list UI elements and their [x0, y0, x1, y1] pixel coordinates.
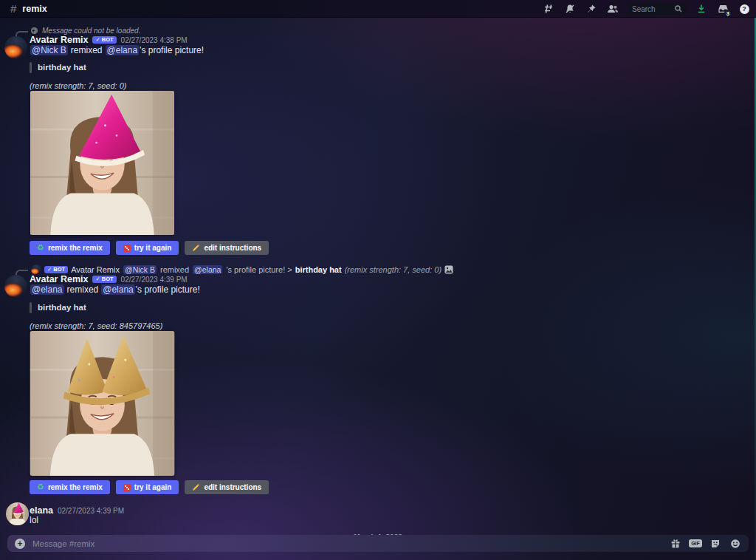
gift-icon[interactable] [670, 538, 681, 550]
pencil-icon [192, 244, 200, 252]
pencil-icon [192, 483, 200, 491]
mention-elana[interactable]: @elana [30, 284, 64, 295]
date-divider: March 1, 2023 [0, 530, 756, 535]
try-it-again-button[interactable]: try it again [116, 241, 179, 255]
quote-bar [30, 62, 32, 73]
mention-elana[interactable]: @elana [193, 265, 222, 274]
try-it-again-button[interactable]: try it again [116, 480, 179, 494]
quote-text: birthday hat [38, 62, 86, 73]
remixed-photo-pink-hat[interactable] [30, 91, 175, 235]
mention-nick-b[interactable]: @Nick B [123, 265, 157, 274]
author-name[interactable]: Avatar Remix [30, 35, 88, 45]
reply-mini-avatar [31, 264, 41, 275]
bot-avatar[interactable] [4, 275, 27, 298]
search-box[interactable] [628, 3, 686, 15]
blockquote: birthday hat [30, 62, 86, 73]
action-button-row: ♻ remix the remix try it again edit inst… [30, 241, 269, 255]
mention-elana[interactable]: @elana [101, 284, 135, 295]
search-input[interactable] [632, 5, 675, 13]
sticker-icon[interactable] [709, 538, 721, 550]
bot-badge-check: ✓ [95, 37, 100, 43]
search-icon [675, 5, 682, 13]
mention-nick-b[interactable]: @Nick B [30, 45, 68, 55]
channel-name: remix [22, 4, 47, 14]
author-name[interactable]: Avatar Remix [30, 274, 88, 284]
timestamp: 02/27/2023 4:39 PM [121, 276, 188, 284]
bot-badge: ✓ BOT [92, 276, 116, 284]
channel-hash-icon: # [10, 2, 16, 15]
dice-icon [123, 245, 131, 252]
reply-warning-icon [30, 27, 38, 35]
quote-text: birthday hat [38, 302, 86, 313]
bot-badge-label: BOT [102, 37, 114, 43]
message-content: @elanaremixed@elana's profile picture! [30, 284, 200, 295]
bot-avatar[interactable] [4, 36, 27, 59]
blockquote: birthday hat [30, 302, 86, 313]
user-avatar-elana[interactable] [6, 502, 29, 525]
add-attachment-icon[interactable]: + [15, 539, 25, 549]
message-composer[interactable]: + GIF [7, 535, 749, 552]
message-input[interactable] [32, 539, 662, 548]
mention-elana[interactable]: @elana [106, 45, 140, 55]
remix-the-remix-button[interactable]: ♻ remix the remix [30, 480, 110, 494]
action-button-row: ♻ remix the remix try it again edit inst… [30, 480, 269, 494]
message-header: Avatar Remix ✓ BOT 02/27/2023 4:39 PM [30, 274, 188, 284]
edit-instructions-button[interactable]: edit instructions [185, 480, 269, 494]
reply-quote: birthday hat [295, 265, 342, 274]
pin-icon[interactable] [585, 3, 597, 15]
reply-author: Avatar Remix [71, 265, 120, 274]
bot-badge: ✓ BOT [44, 266, 68, 274]
remix-params: (remix strength: 7, seed: 845797465) [30, 321, 162, 330]
reply-preview[interactable]: ✓ BOT Avatar Remix @Nick B remixed @elan… [31, 264, 453, 275]
inbox-badge: 3 [724, 10, 732, 17]
remix-params: (remix strength: 7, seed: 0) [30, 81, 126, 90]
gif-icon[interactable]: GIF [690, 538, 701, 550]
inbox-icon[interactable]: 3 [717, 3, 729, 15]
timestamp: 02/27/2023 4:38 PM [121, 36, 188, 44]
composer-icons: GIF [670, 538, 741, 550]
quote-bar [30, 302, 32, 313]
author-name[interactable]: elana [30, 505, 53, 516]
notifications-muted-icon[interactable] [564, 3, 576, 15]
message-content: @Nick Bremixed@elana's profile picture! [30, 45, 204, 55]
dice-icon [123, 484, 131, 491]
edit-instructions-button[interactable]: edit instructions [185, 241, 269, 255]
recycle-icon: ♻ [37, 244, 44, 252]
members-icon[interactable] [607, 3, 619, 15]
reply-note: Message could not be loaded. [30, 27, 140, 35]
reply-params: (remix strength: 7, seed: 0) [345, 265, 441, 274]
timestamp: 02/27/2023 4:39 PM [58, 507, 124, 515]
remixed-photo-gold-hat[interactable] [30, 331, 175, 476]
threads-icon[interactable] [543, 3, 554, 15]
channel-topbar: # remix 3 ? [0, 0, 756, 18]
update-download-icon[interactable] [695, 3, 707, 15]
image-attachment-icon [444, 265, 453, 274]
remix-the-remix-button[interactable]: ♻ remix the remix [30, 241, 110, 255]
message-header: Avatar Remix ✓ BOT 02/27/2023 4:38 PM [30, 35, 188, 45]
message-content: lol [30, 515, 38, 525]
message-header: elana 02/27/2023 4:39 PM [30, 505, 124, 516]
bot-badge: ✓ BOT [92, 36, 116, 44]
topbar-actions: 3 ? [543, 0, 750, 18]
recycle-icon: ♻ [37, 483, 44, 491]
emoji-icon[interactable] [729, 538, 741, 550]
help-icon[interactable]: ? [738, 3, 750, 15]
